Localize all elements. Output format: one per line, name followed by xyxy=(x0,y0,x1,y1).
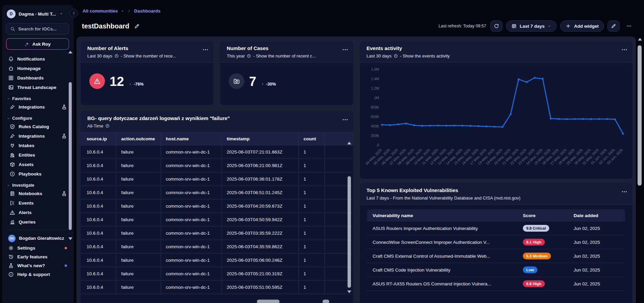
page-title: testDashboard xyxy=(82,22,129,30)
sidebar-item-rules-catalog[interactable]: Rules Catalog xyxy=(6,122,69,131)
shield-check-icon xyxy=(9,124,15,130)
scroll-up-arrow[interactable] xyxy=(347,142,351,144)
kev-table: Vulnerability nameScoreDate added ASUS R… xyxy=(367,209,625,291)
sidebar-item-label: Integrations xyxy=(19,134,45,139)
sidebar-item-playbooks[interactable]: Playbooks xyxy=(6,169,69,179)
table-row: 10.6.0.4failurecommon-srv-win-dc-12025-0… xyxy=(81,186,353,200)
sidebar-scrollbar-thumb[interactable] xyxy=(69,82,72,230)
column-header-action-outcome: action.outcome xyxy=(116,133,161,145)
table-row: 10.6.0.4failurecommon-srv-win-dc-12025-0… xyxy=(81,172,353,186)
sidebar-item-settings[interactable]: Settings xyxy=(6,243,69,252)
sidebar-item-dashboards[interactable]: Dashboards xyxy=(6,73,69,83)
widget-menu-icon[interactable] xyxy=(621,188,628,195)
sidebar-item-queries[interactable]: Queries xyxy=(6,217,69,227)
org-switcher[interactable]: D Dagma - Multi T... xyxy=(6,9,69,19)
sidebar-item-what-s-new[interactable]: What's new? xyxy=(6,261,69,270)
flask-icon xyxy=(8,263,14,269)
sidebar-item-events[interactable]: Events xyxy=(6,198,69,208)
table-cell: 10.6.0.4 xyxy=(81,159,116,172)
severity-badge: 5.3 Medium xyxy=(523,253,551,259)
table-cell: 1 xyxy=(299,159,325,172)
sidebar-item-integrations[interactable]: Integrations xyxy=(6,131,69,141)
table-cell: 1 xyxy=(299,240,325,254)
breadcrumb-all-communities[interactable]: All communities xyxy=(83,8,118,14)
bell-icon xyxy=(8,56,14,62)
sidebar-item-label: Settings xyxy=(17,246,35,251)
caret-down-icon[interactable] xyxy=(121,9,124,13)
gear-icon xyxy=(8,245,14,251)
vulnerability-name[interactable]: Craft CMS Code Injection Vulnerability xyxy=(367,267,517,273)
table-cell: common-srv-win-dc-1 xyxy=(161,200,222,213)
sidebar-item-intakes[interactable]: Intakes xyxy=(6,141,69,150)
horizontal-scroll-button[interactable] xyxy=(323,300,329,303)
svg-text:600K: 600K xyxy=(371,115,379,119)
add-widget-button[interactable]: Add widget xyxy=(560,20,604,32)
table-cell: 2025-06-03T05:51:00.595Z xyxy=(222,281,299,294)
events-table: source.ipaction.outcomehost.nametimestam… xyxy=(81,133,353,294)
sidebar-item-notebooks[interactable]: Notebooks xyxy=(6,189,69,198)
severity-badge: Low xyxy=(523,266,537,273)
sidebar-item-threat-landscape[interactable]: Threat Landscape xyxy=(6,83,69,92)
severity-badge: 9.8 Critical xyxy=(523,225,549,232)
sidebar-item-assets[interactable]: Assets xyxy=(6,160,69,169)
sidebar-item-early-features[interactable]: Early features xyxy=(6,252,69,261)
horizontal-scrollbar-thumb[interactable] xyxy=(257,300,280,303)
topbar: All communities Dashboards testDashboard… xyxy=(76,5,635,37)
clock-icon xyxy=(394,54,398,58)
widget-menu-icon[interactable] xyxy=(342,46,349,53)
severity-badge: 8.1 High xyxy=(523,239,545,246)
sidebar-item-homepage[interactable]: Homepage xyxy=(6,64,69,73)
column-header-host-name: host.name xyxy=(161,133,222,145)
vulnerability-name[interactable]: ASUS Routers Improper Authentication Vul… xyxy=(367,226,517,231)
breadcrumb-dashboards[interactable]: Dashboards xyxy=(134,8,160,14)
search-icon xyxy=(10,26,15,31)
cases-delta: -30% xyxy=(261,82,276,87)
sidebar-item-entities[interactable]: Entities xyxy=(6,150,69,160)
more-dots-icon xyxy=(626,23,632,29)
dashboards-icon xyxy=(8,75,14,81)
last-refresh-label: Last refresh: Today 09:57 xyxy=(439,24,486,28)
integration-icon xyxy=(9,133,15,139)
scroll-up-arrow[interactable] xyxy=(68,51,72,53)
widget-menu-icon[interactable] xyxy=(342,116,349,123)
vulnerability-name[interactable]: ConnectWise ScreenConnect Improper Authe… xyxy=(367,240,517,245)
widget-menu-icon[interactable] xyxy=(202,46,209,53)
refresh-button[interactable] xyxy=(490,20,503,32)
section-label: Investigate xyxy=(12,183,34,188)
section-header-configure[interactable]: Configure xyxy=(7,116,69,121)
scroll-down-arrow[interactable] xyxy=(68,237,72,240)
edit-dashboard-button[interactable] xyxy=(607,20,620,32)
sidebar-item-integrations[interactable]: Integrations xyxy=(6,102,69,112)
dashboard-more-button[interactable] xyxy=(623,20,635,32)
table-cell: 2025-06-03T06:36:01.178Z xyxy=(222,172,299,186)
section-header-favorites[interactable]: Favorites xyxy=(7,96,69,101)
search-placeholder: Search for IOCs... xyxy=(18,26,57,31)
search-input[interactable]: Search for IOCs... xyxy=(6,23,69,34)
sidebar-item-label: Dashboards xyxy=(17,75,44,80)
column-header-count: count xyxy=(299,133,325,145)
table-scrollbar-thumb[interactable] xyxy=(348,176,351,288)
time-range-select[interactable]: Last 7 days xyxy=(506,20,557,32)
scroll-down-arrow[interactable] xyxy=(347,290,351,293)
widget-menu-icon[interactable] xyxy=(621,46,628,53)
sidebar-item-help-support[interactable]: Help & support xyxy=(6,270,69,279)
vulnerability-name[interactable]: Craft CMS External Control of Assumed-Im… xyxy=(367,254,517,259)
sidebar-item-label: Queries xyxy=(19,219,36,225)
ask-roy-button[interactable]: Ask Roy xyxy=(6,38,69,50)
sidebar-item-label: Alerts xyxy=(19,210,31,215)
scroll-up-arrow[interactable] xyxy=(638,38,642,41)
alerts-count: 12 xyxy=(110,74,124,89)
vulnerability-name[interactable]: ASUS RT-AX55 Routers OS Command Injectio… xyxy=(367,281,517,286)
chevron-right-icon xyxy=(127,9,131,13)
section-header-investigate[interactable]: Investigate xyxy=(7,183,69,188)
table-cell: 2025-06-03T04:20:59.673Z xyxy=(222,200,299,213)
sidebar-item-alerts[interactable]: Alerts xyxy=(6,208,69,217)
sidebar-item-notifications[interactable]: Notifications xyxy=(6,54,69,64)
sidebar-scrollbar xyxy=(68,51,72,242)
score-cell: Low xyxy=(517,266,568,273)
page-scrollbar-thumb[interactable] xyxy=(638,45,642,186)
sidebar-collapse-button[interactable] xyxy=(69,9,78,18)
table-cell: failure xyxy=(116,172,161,186)
edit-title-icon[interactable] xyxy=(134,23,140,29)
sidebar-item-bogdan-giera-towicz[interactable]: BGBogdan Gierałtowicz xyxy=(6,233,69,243)
